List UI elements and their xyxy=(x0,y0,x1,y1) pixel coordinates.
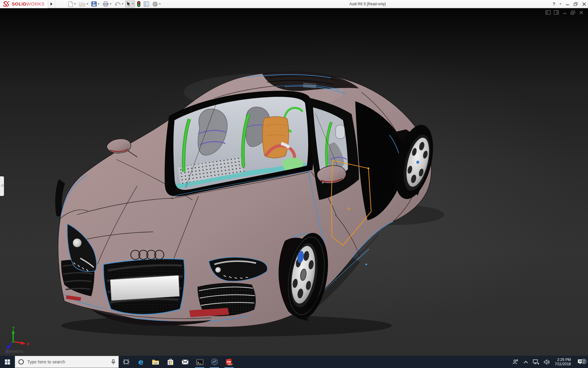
traffic-light-icon xyxy=(137,1,141,7)
select-tool-button[interactable] xyxy=(125,1,135,7)
undo-arrow-icon xyxy=(115,2,121,6)
network-button[interactable] xyxy=(532,359,541,365)
mail-icon xyxy=(182,359,189,365)
search-placeholder: Type here to search xyxy=(27,359,108,364)
cortana-circle-icon xyxy=(18,359,24,365)
file-explorer-button[interactable] xyxy=(148,356,163,368)
help-button[interactable]: ? xyxy=(552,2,555,6)
window-controls: ? xyxy=(552,0,586,8)
minimize-button[interactable] xyxy=(566,2,569,6)
mail-button[interactable] xyxy=(178,356,192,368)
clock-date: 7/11/2018 xyxy=(555,362,571,366)
close-button[interactable] xyxy=(582,2,586,6)
microphone-icon[interactable] xyxy=(111,359,115,365)
solidworks-logo: SOLIDWORKS xyxy=(0,0,48,8)
save-floppy-icon xyxy=(91,1,97,7)
sw-year: 2017 xyxy=(228,363,233,366)
new-document-icon xyxy=(68,1,73,7)
solidworks-logo-icon xyxy=(2,1,10,7)
store-button[interactable] xyxy=(163,356,178,368)
child-minimize-button[interactable] xyxy=(562,10,567,15)
microsoft-store-icon xyxy=(167,358,174,365)
gear-icon xyxy=(152,1,158,7)
file-properties-button[interactable] xyxy=(142,1,150,7)
featuremanager-flyout-tab[interactable] xyxy=(0,176,4,196)
solidworks-2017-icon: SW 2017 xyxy=(225,358,233,366)
file-properties-icon xyxy=(144,1,149,7)
windows-logo-icon xyxy=(5,359,10,365)
document-title: Audi R8 S [Read-only] xyxy=(329,0,406,8)
undo-dropdown-caret[interactable] xyxy=(122,3,123,5)
action-center-button[interactable]: 2 xyxy=(575,359,587,365)
notification-badge: 2 xyxy=(581,359,586,364)
options-button[interactable] xyxy=(151,1,162,8)
solidworks-2017-button[interactable]: SW 2017 xyxy=(222,356,236,368)
hexagon-app-button[interactable] xyxy=(207,356,222,368)
menu-expand-arrow[interactable] xyxy=(48,0,55,8)
child-window-controls xyxy=(545,10,584,15)
brand-solid: SOLID xyxy=(12,1,26,6)
print-button[interactable] xyxy=(101,1,113,7)
open-folder-icon xyxy=(79,2,85,7)
select-dropdown-caret[interactable] xyxy=(132,3,134,5)
file-explorer-icon xyxy=(152,359,159,365)
chevron-up-icon xyxy=(524,361,528,363)
display-states-button[interactable] xyxy=(136,0,142,8)
restore-button[interactable] xyxy=(574,2,578,6)
undo-button[interactable] xyxy=(113,1,125,7)
edge-button[interactable]: e xyxy=(134,356,148,368)
play-arrow-icon xyxy=(50,2,53,6)
child-restore-button[interactable] xyxy=(570,10,575,15)
open-button[interactable] xyxy=(78,1,89,7)
save-button[interactable] xyxy=(90,1,101,7)
print-dropdown-caret[interactable] xyxy=(110,3,111,5)
flyout-dot-icon xyxy=(1,184,4,187)
new-document-button[interactable] xyxy=(67,1,77,8)
task-view-button[interactable] xyxy=(119,356,134,368)
speaker-icon xyxy=(544,359,550,365)
people-icon xyxy=(512,359,518,365)
command-prompt-button[interactable] xyxy=(192,356,207,368)
help-dropdown-caret[interactable] xyxy=(560,3,561,5)
pane-left-icon[interactable] xyxy=(545,10,551,15)
task-view-icon xyxy=(123,359,130,365)
clock-time: 2:25 PM xyxy=(557,358,571,362)
edge-icon: e xyxy=(138,358,144,366)
people-button[interactable] xyxy=(511,359,520,365)
clock[interactable]: 2:25 PM 7/11/2018 xyxy=(552,358,574,366)
axis-x-label: X xyxy=(27,342,29,346)
tray-overflow-button[interactable] xyxy=(521,361,530,363)
open-dropdown-caret[interactable] xyxy=(86,3,88,5)
car-model-audi-r8 xyxy=(0,8,588,356)
sw-letters: SW xyxy=(227,360,231,363)
graphics-viewport[interactable]: Y X Z *Dimetric xyxy=(0,8,588,356)
volume-button[interactable] xyxy=(542,359,551,365)
new-dropdown-caret[interactable] xyxy=(74,3,76,5)
network-icon xyxy=(533,359,539,365)
child-close-button[interactable] xyxy=(579,10,584,15)
windows-taskbar: Type here to search e xyxy=(0,356,588,368)
brand-works: WORKS xyxy=(26,1,44,6)
save-dropdown-caret[interactable] xyxy=(98,3,100,5)
axis-y-label: Y xyxy=(12,326,15,330)
view-orientation-label: *Dimetric xyxy=(6,349,24,354)
quick-access-toolbar xyxy=(67,0,162,8)
app-titlebar: SOLIDWORKS xyxy=(0,0,588,8)
options-dropdown-caret[interactable] xyxy=(159,3,161,5)
pane-right-icon[interactable] xyxy=(554,10,559,15)
start-button[interactable] xyxy=(0,356,15,368)
command-prompt-icon xyxy=(196,359,203,365)
taskbar-search-input[interactable]: Type here to search xyxy=(15,356,119,368)
hexagon-app-icon xyxy=(211,358,218,366)
system-tray: 2:25 PM 7/11/2018 2 xyxy=(511,356,588,368)
select-cursor-icon xyxy=(126,1,131,7)
print-icon xyxy=(103,1,109,7)
